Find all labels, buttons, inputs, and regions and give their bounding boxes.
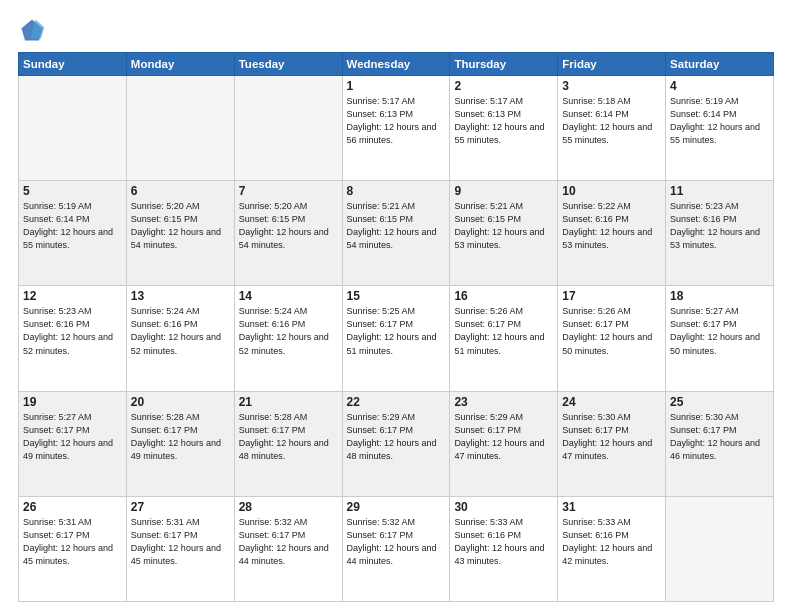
day-number: 9	[454, 184, 553, 198]
day-info: Sunrise: 5:22 AM Sunset: 6:16 PM Dayligh…	[562, 200, 661, 252]
day-number: 19	[23, 395, 122, 409]
day-info: Sunrise: 5:27 AM Sunset: 6:17 PM Dayligh…	[23, 411, 122, 463]
day-info: Sunrise: 5:26 AM Sunset: 6:17 PM Dayligh…	[454, 305, 553, 357]
day-number: 1	[347, 79, 446, 93]
calendar-cell: 14Sunrise: 5:24 AM Sunset: 6:16 PM Dayli…	[234, 286, 342, 391]
day-number: 30	[454, 500, 553, 514]
day-number: 5	[23, 184, 122, 198]
weekday-header-saturday: Saturday	[666, 53, 774, 76]
calendar-cell: 10Sunrise: 5:22 AM Sunset: 6:16 PM Dayli…	[558, 181, 666, 286]
day-number: 26	[23, 500, 122, 514]
day-info: Sunrise: 5:19 AM Sunset: 6:14 PM Dayligh…	[670, 95, 769, 147]
week-row-2: 5Sunrise: 5:19 AM Sunset: 6:14 PM Daylig…	[19, 181, 774, 286]
day-info: Sunrise: 5:23 AM Sunset: 6:16 PM Dayligh…	[23, 305, 122, 357]
day-info: Sunrise: 5:17 AM Sunset: 6:13 PM Dayligh…	[347, 95, 446, 147]
calendar-cell: 22Sunrise: 5:29 AM Sunset: 6:17 PM Dayli…	[342, 391, 450, 496]
calendar-cell: 1Sunrise: 5:17 AM Sunset: 6:13 PM Daylig…	[342, 76, 450, 181]
day-info: Sunrise: 5:18 AM Sunset: 6:14 PM Dayligh…	[562, 95, 661, 147]
day-number: 24	[562, 395, 661, 409]
day-number: 16	[454, 289, 553, 303]
week-row-1: 1Sunrise: 5:17 AM Sunset: 6:13 PM Daylig…	[19, 76, 774, 181]
calendar-cell: 11Sunrise: 5:23 AM Sunset: 6:16 PM Dayli…	[666, 181, 774, 286]
day-info: Sunrise: 5:33 AM Sunset: 6:16 PM Dayligh…	[454, 516, 553, 568]
weekday-header-row: SundayMondayTuesdayWednesdayThursdayFrid…	[19, 53, 774, 76]
day-info: Sunrise: 5:31 AM Sunset: 6:17 PM Dayligh…	[23, 516, 122, 568]
day-number: 17	[562, 289, 661, 303]
day-info: Sunrise: 5:33 AM Sunset: 6:16 PM Dayligh…	[562, 516, 661, 568]
weekday-header-tuesday: Tuesday	[234, 53, 342, 76]
calendar-cell	[126, 76, 234, 181]
day-number: 13	[131, 289, 230, 303]
page: SundayMondayTuesdayWednesdayThursdayFrid…	[0, 0, 792, 612]
week-row-5: 26Sunrise: 5:31 AM Sunset: 6:17 PM Dayli…	[19, 496, 774, 601]
day-info: Sunrise: 5:20 AM Sunset: 6:15 PM Dayligh…	[131, 200, 230, 252]
day-info: Sunrise: 5:32 AM Sunset: 6:17 PM Dayligh…	[239, 516, 338, 568]
day-info: Sunrise: 5:29 AM Sunset: 6:17 PM Dayligh…	[347, 411, 446, 463]
calendar-cell: 17Sunrise: 5:26 AM Sunset: 6:17 PM Dayli…	[558, 286, 666, 391]
calendar-table: SundayMondayTuesdayWednesdayThursdayFrid…	[18, 52, 774, 602]
calendar-cell: 27Sunrise: 5:31 AM Sunset: 6:17 PM Dayli…	[126, 496, 234, 601]
day-number: 27	[131, 500, 230, 514]
day-number: 28	[239, 500, 338, 514]
day-number: 18	[670, 289, 769, 303]
calendar-cell: 2Sunrise: 5:17 AM Sunset: 6:13 PM Daylig…	[450, 76, 558, 181]
calendar-cell: 26Sunrise: 5:31 AM Sunset: 6:17 PM Dayli…	[19, 496, 127, 601]
calendar-cell: 23Sunrise: 5:29 AM Sunset: 6:17 PM Dayli…	[450, 391, 558, 496]
weekday-header-friday: Friday	[558, 53, 666, 76]
week-row-4: 19Sunrise: 5:27 AM Sunset: 6:17 PM Dayli…	[19, 391, 774, 496]
day-info: Sunrise: 5:32 AM Sunset: 6:17 PM Dayligh…	[347, 516, 446, 568]
calendar-cell: 8Sunrise: 5:21 AM Sunset: 6:15 PM Daylig…	[342, 181, 450, 286]
day-info: Sunrise: 5:28 AM Sunset: 6:17 PM Dayligh…	[239, 411, 338, 463]
calendar-cell: 29Sunrise: 5:32 AM Sunset: 6:17 PM Dayli…	[342, 496, 450, 601]
day-info: Sunrise: 5:26 AM Sunset: 6:17 PM Dayligh…	[562, 305, 661, 357]
day-number: 14	[239, 289, 338, 303]
day-info: Sunrise: 5:30 AM Sunset: 6:17 PM Dayligh…	[562, 411, 661, 463]
week-row-3: 12Sunrise: 5:23 AM Sunset: 6:16 PM Dayli…	[19, 286, 774, 391]
day-number: 11	[670, 184, 769, 198]
calendar-cell: 6Sunrise: 5:20 AM Sunset: 6:15 PM Daylig…	[126, 181, 234, 286]
calendar-cell: 12Sunrise: 5:23 AM Sunset: 6:16 PM Dayli…	[19, 286, 127, 391]
day-info: Sunrise: 5:24 AM Sunset: 6:16 PM Dayligh…	[131, 305, 230, 357]
calendar-cell: 25Sunrise: 5:30 AM Sunset: 6:17 PM Dayli…	[666, 391, 774, 496]
calendar-cell: 16Sunrise: 5:26 AM Sunset: 6:17 PM Dayli…	[450, 286, 558, 391]
calendar-cell: 19Sunrise: 5:27 AM Sunset: 6:17 PM Dayli…	[19, 391, 127, 496]
calendar-cell: 5Sunrise: 5:19 AM Sunset: 6:14 PM Daylig…	[19, 181, 127, 286]
logo-icon	[18, 16, 46, 44]
calendar-cell: 20Sunrise: 5:28 AM Sunset: 6:17 PM Dayli…	[126, 391, 234, 496]
day-info: Sunrise: 5:21 AM Sunset: 6:15 PM Dayligh…	[454, 200, 553, 252]
day-info: Sunrise: 5:24 AM Sunset: 6:16 PM Dayligh…	[239, 305, 338, 357]
day-number: 8	[347, 184, 446, 198]
day-info: Sunrise: 5:27 AM Sunset: 6:17 PM Dayligh…	[670, 305, 769, 357]
day-number: 25	[670, 395, 769, 409]
calendar-cell	[666, 496, 774, 601]
day-number: 21	[239, 395, 338, 409]
day-number: 3	[562, 79, 661, 93]
calendar-cell: 31Sunrise: 5:33 AM Sunset: 6:16 PM Dayli…	[558, 496, 666, 601]
calendar-cell: 30Sunrise: 5:33 AM Sunset: 6:16 PM Dayli…	[450, 496, 558, 601]
day-number: 6	[131, 184, 230, 198]
calendar-cell: 18Sunrise: 5:27 AM Sunset: 6:17 PM Dayli…	[666, 286, 774, 391]
calendar-cell: 15Sunrise: 5:25 AM Sunset: 6:17 PM Dayli…	[342, 286, 450, 391]
day-info: Sunrise: 5:23 AM Sunset: 6:16 PM Dayligh…	[670, 200, 769, 252]
calendar-cell: 28Sunrise: 5:32 AM Sunset: 6:17 PM Dayli…	[234, 496, 342, 601]
day-number: 23	[454, 395, 553, 409]
calendar-cell: 3Sunrise: 5:18 AM Sunset: 6:14 PM Daylig…	[558, 76, 666, 181]
day-number: 10	[562, 184, 661, 198]
weekday-header-sunday: Sunday	[19, 53, 127, 76]
day-number: 12	[23, 289, 122, 303]
calendar-cell	[234, 76, 342, 181]
day-number: 22	[347, 395, 446, 409]
day-info: Sunrise: 5:28 AM Sunset: 6:17 PM Dayligh…	[131, 411, 230, 463]
day-number: 29	[347, 500, 446, 514]
calendar-cell: 7Sunrise: 5:20 AM Sunset: 6:15 PM Daylig…	[234, 181, 342, 286]
day-info: Sunrise: 5:21 AM Sunset: 6:15 PM Dayligh…	[347, 200, 446, 252]
day-number: 15	[347, 289, 446, 303]
day-info: Sunrise: 5:19 AM Sunset: 6:14 PM Dayligh…	[23, 200, 122, 252]
day-info: Sunrise: 5:17 AM Sunset: 6:13 PM Dayligh…	[454, 95, 553, 147]
day-number: 31	[562, 500, 661, 514]
day-number: 4	[670, 79, 769, 93]
day-info: Sunrise: 5:30 AM Sunset: 6:17 PM Dayligh…	[670, 411, 769, 463]
calendar-cell: 24Sunrise: 5:30 AM Sunset: 6:17 PM Dayli…	[558, 391, 666, 496]
header	[18, 16, 774, 44]
day-info: Sunrise: 5:29 AM Sunset: 6:17 PM Dayligh…	[454, 411, 553, 463]
